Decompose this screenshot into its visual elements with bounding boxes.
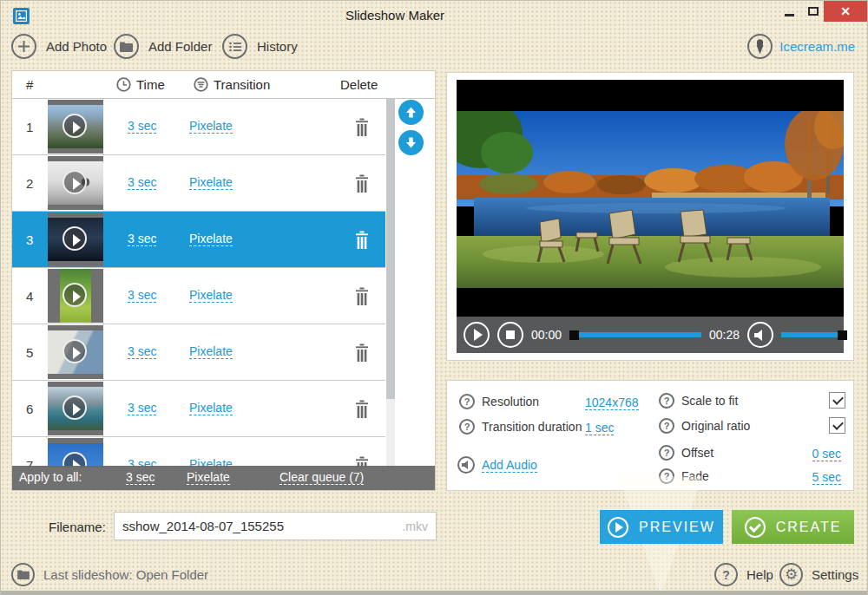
- apply-time-link[interactable]: 3 sec: [126, 470, 155, 485]
- delete-row-button[interactable]: [353, 287, 371, 306]
- scale-to-fit-row: Scale to fit: [659, 393, 738, 409]
- row-transition-link[interactable]: Pixelate: [189, 344, 233, 359]
- clear-queue-link[interactable]: Clear queue (7): [279, 470, 364, 485]
- trash-icon: [353, 287, 371, 306]
- play-button[interactable]: [464, 322, 490, 348]
- maximize-button[interactable]: [802, 1, 825, 22]
- stop-button[interactable]: [497, 322, 523, 348]
- row-thumbnail[interactable]: [48, 382, 103, 435]
- row-time-link[interactable]: 3 sec: [128, 119, 156, 134]
- queue-row[interactable]: 7 3 sec Pixelate: [12, 437, 385, 468]
- delete-row-button[interactable]: [353, 118, 371, 137]
- question-icon: ?: [714, 563, 738, 586]
- help-circle-icon[interactable]: [459, 394, 475, 409]
- row-time-link[interactable]: 3 sec: [128, 344, 156, 359]
- help-circle-icon[interactable]: [459, 419, 475, 435]
- row-transition-link[interactable]: Pixelate: [189, 175, 233, 190]
- row-thumbnail[interactable]: [48, 212, 103, 266]
- row-transition-link[interactable]: Pixelate: [189, 119, 233, 134]
- transition-icon: [194, 77, 208, 95]
- help-button[interactable]: ? Help: [714, 563, 773, 586]
- queue-row[interactable]: 4 3 sec Pixelate: [12, 268, 385, 324]
- preview-label: PREVIEW: [639, 520, 715, 535]
- seek-bar[interactable]: [569, 330, 701, 340]
- settings-panel: Resolution 1024x768 Transition duration …: [446, 380, 854, 491]
- add-photo-button[interactable]: Add Photo: [11, 34, 107, 59]
- arrow-up-icon: [404, 106, 418, 119]
- row-transition-link[interactable]: Pixelate: [189, 288, 233, 303]
- row-time-link[interactable]: 3 sec: [128, 288, 156, 303]
- speaker-icon: [457, 456, 475, 474]
- play-overlay-icon[interactable]: [62, 396, 87, 420]
- history-button[interactable]: History: [222, 34, 298, 59]
- help-circle-icon[interactable]: [659, 468, 674, 484]
- row-thumbnail[interactable]: [48, 325, 103, 379]
- queue-row[interactable]: 6 3 sec Pixelate: [12, 381, 385, 437]
- queue-row[interactable]: 3 3 sec Pixelate: [12, 212, 385, 268]
- volume-handle[interactable]: [838, 330, 847, 340]
- add-folder-button[interactable]: Add Folder: [114, 34, 212, 59]
- icecream-link[interactable]: Icecream.me: [747, 34, 855, 59]
- minimize-button[interactable]: [778, 1, 800, 22]
- help-circle-icon[interactable]: [659, 393, 674, 409]
- create-button[interactable]: CREATE: [732, 510, 854, 544]
- apply-transition-link[interactable]: Pixelate: [187, 470, 230, 485]
- offset-value-link[interactable]: 0 sec: [812, 447, 841, 461]
- row-time-link[interactable]: 3 sec: [128, 401, 156, 415]
- row-time-link[interactable]: 3 sec: [128, 232, 156, 246]
- video-preview[interactable]: [457, 80, 844, 317]
- preview-button[interactable]: PREVIEW: [600, 510, 723, 544]
- delete-row-button[interactable]: [353, 400, 371, 419]
- original-ratio-checkbox[interactable]: [829, 417, 845, 434]
- close-button[interactable]: ✕: [824, 1, 867, 22]
- add-audio-row[interactable]: Add Audio: [457, 456, 537, 474]
- last-slideshow-label: Last slideshow: Open Folder: [43, 567, 208, 582]
- move-down-button[interactable]: [398, 130, 424, 155]
- fade-value-link[interactable]: 5 sec: [812, 470, 841, 485]
- row-transition-link[interactable]: Pixelate: [189, 401, 233, 415]
- volume-button[interactable]: [747, 322, 773, 348]
- preview-panel: 00:00 00:28: [446, 72, 854, 361]
- volume-bar[interactable]: [781, 330, 847, 340]
- scrollbar-thumb[interactable]: [386, 99, 395, 399]
- row-thumbnail[interactable]: [48, 269, 103, 323]
- help-circle-icon[interactable]: [659, 418, 674, 434]
- transition-duration-value-link[interactable]: 1 sec: [585, 421, 614, 435]
- folder-icon: [11, 563, 35, 586]
- play-overlay-icon[interactable]: [62, 339, 87, 363]
- column-number: #: [26, 77, 33, 92]
- row-thumbnail[interactable]: [48, 100, 103, 154]
- play-overlay-icon[interactable]: [62, 114, 87, 138]
- fade-row: Fade: [659, 468, 709, 484]
- icecream-label: Icecream.me: [779, 39, 855, 54]
- move-up-button[interactable]: [398, 100, 424, 125]
- delete-row-button[interactable]: [353, 231, 371, 250]
- row-thumbnail[interactable]: [48, 156, 103, 210]
- queue-row[interactable]: 1 3 sec Pixelate: [12, 99, 385, 155]
- row-transition-link[interactable]: Pixelate: [189, 232, 233, 246]
- row-time-link[interactable]: 3 sec: [128, 175, 156, 190]
- delete-row-button[interactable]: [353, 343, 371, 363]
- speaker-icon: [754, 330, 766, 341]
- scale-to-fit-checkbox[interactable]: [829, 392, 845, 409]
- filename-input[interactable]: [115, 513, 436, 539]
- last-slideshow-link[interactable]: Last slideshow: Open Folder: [11, 563, 208, 586]
- queue-row[interactable]: 5 3 sec Pixelate: [12, 324, 385, 381]
- app-window: Slideshow Maker ✕ Add Photo Add Folder H…: [0, 0, 868, 595]
- queue-scrollbar: [386, 99, 395, 468]
- seek-handle[interactable]: [569, 330, 579, 340]
- play-overlay-icon[interactable]: [62, 170, 87, 194]
- volume-track: [781, 332, 838, 337]
- window-bottom-edge: [1, 591, 867, 595]
- row-thumbnail[interactable]: [48, 438, 103, 468]
- row-number: 3: [26, 232, 43, 247]
- play-overlay-icon[interactable]: [62, 283, 87, 307]
- delete-row-button[interactable]: [353, 174, 371, 193]
- add-audio-link[interactable]: Add Audio: [482, 458, 537, 473]
- list-icon: [222, 34, 247, 59]
- play-overlay-icon[interactable]: [62, 226, 87, 251]
- resolution-value-link[interactable]: 1024x768: [585, 396, 639, 410]
- queue-row[interactable]: 2 3 sec Pixelate: [12, 155, 385, 212]
- settings-button[interactable]: ⚙ Settings: [779, 563, 858, 586]
- help-circle-icon[interactable]: [659, 445, 674, 461]
